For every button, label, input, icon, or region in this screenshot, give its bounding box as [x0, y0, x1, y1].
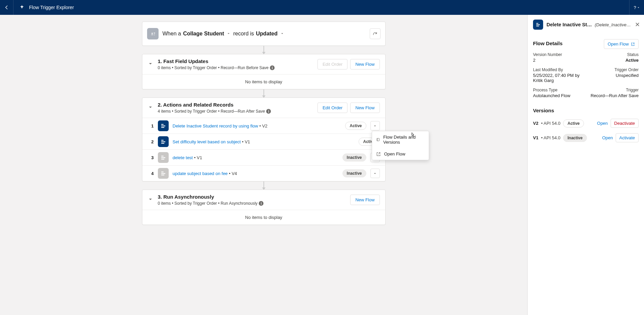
empty-message: No items to display	[142, 74, 385, 89]
flow-row: 3 delete test • V1 Inactive	[142, 149, 385, 165]
flow-link[interactable]: Set difficulty level based on subject	[173, 139, 241, 144]
app-title-text: Flow Trigger Explorer	[29, 5, 74, 10]
trigger-event: Updated	[256, 31, 278, 37]
detail-modified: Last Modified By 5/25/2022, 07:40 PM by …	[533, 67, 584, 83]
edit-order-button[interactable]: Edit Order	[317, 103, 347, 113]
status-badge: Inactive	[342, 169, 366, 177]
row-order: 2	[148, 139, 154, 144]
app-title: Flow Trigger Explorer	[13, 4, 79, 10]
menu-item-open-flow[interactable]: Open Flow	[372, 148, 429, 160]
detail-status: Status Active	[588, 52, 639, 63]
event-dropdown[interactable]	[280, 31, 285, 37]
trigger-object: Collage Student	[183, 31, 224, 37]
flow-link[interactable]: update subject based on fee	[173, 171, 228, 176]
section-actions-related: 2. Actions and Related Records 4 items •…	[142, 97, 386, 181]
flow-label: delete test • V1	[173, 155, 202, 160]
new-flow-button[interactable]: New Flow	[350, 59, 380, 69]
flow-icon	[158, 152, 169, 163]
trigger-sentence: When a Collage Student record is Updated	[163, 31, 285, 37]
collapse-toggle[interactable]	[148, 61, 153, 67]
flow-label: Delete Inactive Student record by using …	[173, 123, 268, 128]
section-title: 2. Actions and Related Records	[158, 102, 313, 108]
menu-item-details[interactable]: Flow Details and Versions	[372, 131, 429, 148]
connector	[263, 181, 264, 190]
object-icon	[147, 28, 159, 39]
open-version-link[interactable]: Open	[597, 121, 608, 126]
flow-row: 1 Delete Inactive Student record by usin…	[142, 118, 385, 134]
connector	[263, 46, 264, 54]
versions-heading: Versions	[533, 108, 639, 113]
flow-icon	[158, 136, 169, 147]
row-order: 1	[148, 123, 154, 128]
new-flow-button[interactable]: New Flow	[350, 103, 380, 113]
activate-button[interactable]: Activate	[616, 133, 639, 142]
trigger-when: When a	[163, 31, 181, 37]
deactivate-button[interactable]: Deactivate	[611, 119, 639, 128]
section-subtitle: 0 items • Sorted by Trigger Order • Run …	[158, 201, 346, 206]
flow-version: • V1	[194, 155, 202, 160]
row-menu-button[interactable]	[370, 121, 380, 131]
flow-icon	[533, 20, 543, 30]
version-status-badge: Inactive	[563, 134, 587, 142]
panel-title: Delete Inactive Stu…	[547, 22, 593, 27]
row-menu-button[interactable]	[370, 169, 380, 178]
section-subtitle: 0 items • Sorted by Trigger Order • Reco…	[158, 65, 313, 70]
detail-trigger: Trigger Record—Run After Save	[588, 88, 639, 98]
flow-details-heading: Flow Details	[533, 40, 563, 46]
app-icon	[19, 4, 25, 10]
collapse-toggle[interactable]	[148, 105, 153, 111]
new-flow-button[interactable]: New Flow	[350, 195, 380, 205]
section-fast-updates: 1. Fast Field Updates 0 items • Sorted b…	[142, 54, 386, 89]
flow-row: 4 update subject based on fee • V4 Inact…	[142, 165, 385, 181]
connector	[263, 89, 264, 97]
info-icon[interactable]: i	[266, 109, 271, 114]
collapse-toggle[interactable]	[148, 197, 153, 203]
version-label: V1	[533, 135, 538, 140]
status-badge: Active	[345, 122, 366, 130]
section-title: 1. Fast Field Updates	[158, 58, 313, 64]
flow-label: update subject based on fee • V4	[173, 171, 237, 176]
flow-version: • V2	[259, 123, 268, 128]
trigger-card: When a Collage Student record is Updated	[142, 22, 386, 46]
help-button[interactable]: ?	[629, 0, 644, 15]
flow-version: • V4	[229, 171, 237, 176]
open-version-link[interactable]: Open	[602, 135, 613, 140]
section-title: 3. Run Asynchronously	[158, 194, 346, 200]
info-icon[interactable]: i	[259, 201, 263, 206]
section-subtitle: 4 items • Sorted by Trigger Order • Reco…	[158, 109, 313, 114]
top-bar: Flow Trigger Explorer ?	[0, 0, 644, 15]
flow-row: 2 Set difficulty level based on subject …	[142, 134, 385, 149]
detail-trigger-order: Trigger Order Unspecified	[588, 67, 639, 83]
flow-link[interactable]: Delete Inactive Student record by using …	[173, 123, 258, 128]
flow-icon	[158, 120, 169, 131]
empty-message: No items to display	[142, 210, 385, 225]
info-icon[interactable]: i	[270, 65, 275, 70]
flow-link[interactable]: delete test	[173, 155, 193, 160]
detail-version: Version Number 2	[533, 52, 584, 63]
version-row: V1 • API 54.0 Inactive Open Activate	[533, 131, 639, 145]
svg-rect-0	[376, 138, 379, 141]
version-api: • API 54.0	[541, 135, 560, 140]
version-status-badge: Active	[563, 119, 584, 127]
row-order: 3	[148, 155, 154, 160]
open-flow-button[interactable]: Open Flow	[604, 39, 639, 49]
flow-details-panel: Delete Inactive Stu… (Delete_Inactive_… …	[527, 15, 644, 315]
detail-process-type: Process Type Autolaunched Flow	[533, 88, 584, 98]
status-badge: Inactive	[342, 153, 366, 162]
object-dropdown[interactable]	[226, 31, 231, 37]
row-context-menu: Flow Details and Versions Open Flow	[372, 131, 429, 160]
edit-order-button: Edit Order	[317, 59, 347, 69]
panel-subtitle: (Delete_Inactive_…	[595, 22, 632, 27]
canvas: When a Collage Student record is Updated	[0, 15, 527, 315]
flow-icon	[158, 168, 169, 179]
flow-label: Set difficulty level based on subject • …	[173, 139, 250, 144]
refresh-button[interactable]	[370, 28, 381, 39]
flow-version: • V1	[242, 139, 250, 144]
back-button[interactable]	[0, 0, 13, 15]
row-order: 4	[148, 171, 154, 176]
trigger-record-is: record is	[233, 31, 254, 37]
version-row: V2 • API 54.0 Active Open Deactivate	[533, 116, 639, 131]
close-button[interactable]: ✕	[635, 22, 640, 28]
section-async: 3. Run Asynchronously 0 items • Sorted b…	[142, 190, 386, 225]
version-label: V2	[533, 121, 538, 126]
